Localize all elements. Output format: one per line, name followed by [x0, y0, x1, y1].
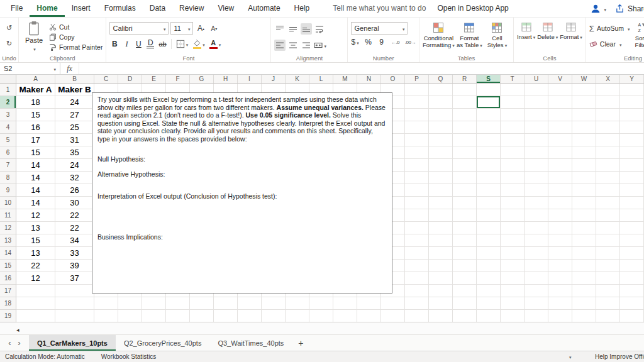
- cell-S16[interactable]: [477, 272, 501, 285]
- cell-V11[interactable]: [548, 209, 572, 222]
- cell-P11[interactable]: [405, 209, 429, 222]
- cell-P4[interactable]: [405, 121, 429, 134]
- cell-P1[interactable]: [405, 84, 429, 96]
- name-box[interactable]: S2: [0, 63, 60, 74]
- column-header-H[interactable]: H: [214, 75, 238, 83]
- cell-V19[interactable]: [548, 310, 572, 322]
- font-color-button[interactable]: [209, 38, 221, 50]
- cell-W9[interactable]: [572, 184, 596, 197]
- cell-R19[interactable]: [453, 310, 477, 322]
- cell-U11[interactable]: [525, 209, 548, 222]
- next-sheet-button[interactable]: [14, 335, 24, 351]
- cell-B17[interactable]: [55, 285, 94, 297]
- cell-P10[interactable]: [405, 197, 429, 209]
- cell-T12[interactable]: [501, 222, 525, 234]
- column-header-A[interactable]: A: [16, 75, 55, 83]
- cell-Y3[interactable]: [620, 109, 644, 121]
- column-header-V[interactable]: V: [548, 75, 572, 83]
- cell-T7[interactable]: [501, 159, 525, 172]
- cell-B12[interactable]: 22: [55, 222, 94, 234]
- menu-tab-insert[interactable]: Insert: [65, 0, 97, 17]
- column-header-D[interactable]: D: [118, 75, 142, 83]
- cell-P7[interactable]: [405, 159, 429, 172]
- cell-G18[interactable]: [190, 297, 214, 310]
- font-family-select[interactable]: Calibri: [109, 22, 169, 35]
- cell-H18[interactable]: [214, 297, 238, 310]
- cell-B7[interactable]: 24: [55, 159, 94, 172]
- cell-Q7[interactable]: [429, 159, 453, 172]
- cell-Q4[interactable]: [429, 121, 453, 134]
- column-header-E[interactable]: E: [142, 75, 166, 83]
- wrap-text-button[interactable]: [314, 23, 325, 35]
- menu-tab-data[interactable]: Data: [143, 0, 172, 17]
- open-in-desktop-app-button[interactable]: Open in Desktop App: [437, 0, 508, 17]
- cell-H19[interactable]: [214, 310, 238, 322]
- align-right-button[interactable]: [301, 40, 312, 51]
- cell-X7[interactable]: [596, 159, 620, 172]
- cell-P17[interactable]: [405, 285, 429, 297]
- column-header-T[interactable]: T: [501, 75, 525, 83]
- cell-S14[interactable]: [477, 247, 501, 260]
- sheet-tab-Q3_WaitTimes_40pts[interactable]: Q3_WaitTimes_40pts: [209, 335, 292, 351]
- cell-V1[interactable]: [548, 84, 572, 96]
- align-middle-button[interactable]: [287, 23, 299, 35]
- cell-P13[interactable]: [405, 234, 429, 247]
- cell-U2[interactable]: [525, 96, 548, 109]
- cell-S8[interactable]: [477, 172, 501, 184]
- menu-tab-automate[interactable]: Automate: [241, 0, 287, 17]
- cell-S19[interactable]: [477, 310, 501, 322]
- cell-S3[interactable]: [477, 109, 501, 121]
- column-header-K[interactable]: K: [286, 75, 309, 83]
- decrease-decimal-button[interactable]: .00→: [405, 40, 416, 45]
- borders-button[interactable]: [176, 38, 189, 50]
- cell-T14[interactable]: [501, 247, 525, 260]
- cell-A6[interactable]: 15: [16, 146, 55, 159]
- cell-B4[interactable]: 25: [55, 121, 94, 134]
- cell-X18[interactable]: [596, 297, 620, 310]
- cell-A8[interactable]: 14: [16, 172, 55, 184]
- cell-S5[interactable]: [477, 134, 501, 146]
- cell-W3[interactable]: [572, 109, 596, 121]
- cell-A16[interactable]: 12: [16, 272, 55, 285]
- column-header-M[interactable]: M: [333, 75, 357, 83]
- cell-W14[interactable]: [572, 247, 596, 260]
- cell-A19[interactable]: [16, 310, 55, 322]
- cell-T16[interactable]: [501, 272, 525, 285]
- cell-U14[interactable]: [525, 247, 548, 260]
- column-header-F[interactable]: F: [166, 75, 190, 83]
- cell-W10[interactable]: [572, 197, 596, 209]
- cell-Q19[interactable]: [429, 310, 453, 322]
- column-header-Q[interactable]: Q: [429, 75, 453, 83]
- cell-P18[interactable]: [405, 297, 429, 310]
- cell-Q2[interactable]: [429, 96, 453, 109]
- cell-Y12[interactable]: [620, 222, 644, 234]
- cell-Q11[interactable]: [429, 209, 453, 222]
- cell-Q10[interactable]: [429, 197, 453, 209]
- row-header-18[interactable]: 18: [0, 297, 16, 310]
- cell-B16[interactable]: 37: [55, 272, 94, 285]
- cell-V3[interactable]: [548, 109, 572, 121]
- cell-T10[interactable]: [501, 197, 525, 209]
- cell-A5[interactable]: 17: [16, 134, 55, 146]
- cell-Q13[interactable]: [429, 234, 453, 247]
- row-header-1[interactable]: 1: [0, 84, 16, 96]
- row-header-12[interactable]: 12: [0, 222, 16, 234]
- calculation-mode-button[interactable]: Calculation Mode: Automatic: [5, 353, 85, 360]
- cell-A11[interactable]: 12: [16, 209, 55, 222]
- share-button[interactable]: Share: [615, 4, 644, 13]
- cell-Y18[interactable]: [620, 297, 644, 310]
- cell-T2[interactable]: [501, 96, 525, 109]
- cell-S4[interactable]: [477, 121, 501, 134]
- cell-B3[interactable]: 27: [55, 109, 94, 121]
- cell-V8[interactable]: [548, 172, 572, 184]
- cell-Y8[interactable]: [620, 172, 644, 184]
- question-textbox[interactable]: Try your skills with Excel by performing…: [92, 92, 392, 293]
- cell-O18[interactable]: [381, 297, 405, 310]
- cell-R7[interactable]: [453, 159, 477, 172]
- format-painter-button[interactable]: Format Painter: [49, 42, 103, 52]
- paste-button[interactable]: Paste: [22, 21, 46, 53]
- cell-E19[interactable]: [142, 310, 166, 322]
- cell-C18[interactable]: [94, 297, 118, 310]
- cell-B19[interactable]: [55, 310, 94, 322]
- cell-Q18[interactable]: [429, 297, 453, 310]
